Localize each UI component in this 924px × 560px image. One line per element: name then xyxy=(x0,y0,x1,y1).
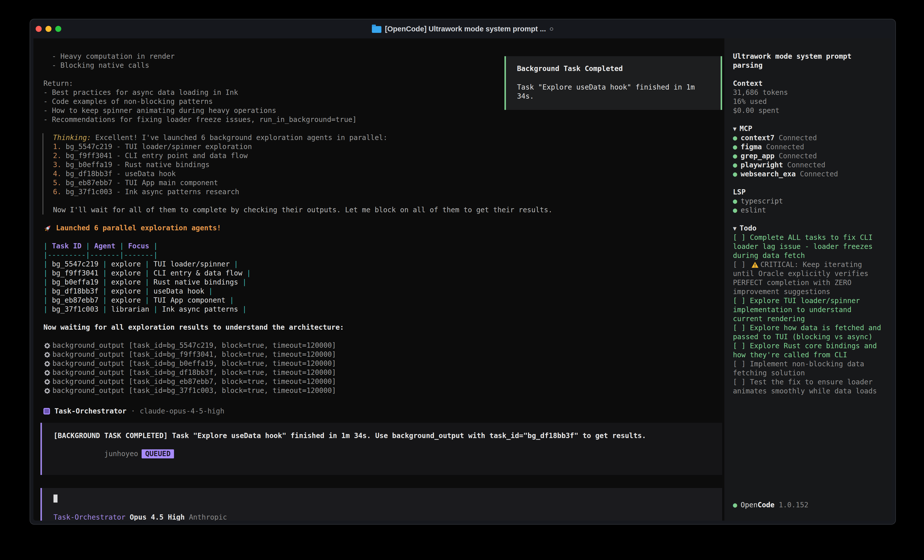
window-title: [OpenCode] Ultrawork mode system prompt … xyxy=(385,25,546,33)
sidebar-sections: Context31,686 tokens16% used$0.00 spent▼… xyxy=(733,70,885,396)
input-meta-row: Task-Orchestrator Opus 4.5 High Anthropi… xyxy=(54,513,712,521)
table-row: | bg_b0effa19 | explore | Rust native bi… xyxy=(44,278,724,287)
queued-badge: QUEUED xyxy=(142,449,174,458)
todo-item: [ ] Explore how data is fetched and pass… xyxy=(733,323,885,341)
gear-icon xyxy=(44,359,52,368)
background-task-completed-block: [BACKGROUND TASK COMPLETED] Task "Explor… xyxy=(40,423,722,475)
thinking-wait-line: Now I'll wait for all of them to complet… xyxy=(53,205,724,214)
prompt-input[interactable]: Task-Orchestrator Opus 4.5 High Anthropi… xyxy=(40,488,722,521)
maximize-button[interactable] xyxy=(55,26,61,32)
thinking-block: Thinking: Excellent! I've launched 6 bac… xyxy=(42,133,724,214)
gear-icon xyxy=(44,350,52,359)
blank-line xyxy=(733,179,885,188)
window-title-group: [OpenCode] Ultrawork mode system prompt … xyxy=(372,25,554,33)
todo-item: [ ] Complete ALL tasks to fix CLI loader… xyxy=(733,233,885,260)
lsp-item: ●typescript xyxy=(733,197,885,206)
table-row: | bg_f9ff3041 | explore | CLI entry & da… xyxy=(44,269,724,278)
context-stat: 31,686 tokens xyxy=(733,88,885,97)
text-cursor xyxy=(54,494,57,503)
completed-message: [BACKGROUND TASK COMPLETED] Task "Explor… xyxy=(54,431,712,440)
blank-line xyxy=(44,332,724,341)
agent-header: Task-Orchestrator·claude-opus-4-5-high xyxy=(44,407,724,416)
titlebar: [OpenCode] Ultrawork mode system prompt … xyxy=(30,19,896,38)
blank-line xyxy=(733,115,885,124)
toast-body: Task "Explore useData hook" finished in … xyxy=(517,83,710,101)
table-separator-row: |---------|-------|-------| xyxy=(44,251,724,260)
app-window: [OpenCode] Ultrawork mode system prompt … xyxy=(30,19,896,525)
close-button[interactable] xyxy=(36,26,42,32)
minimize-button[interactable] xyxy=(45,26,51,32)
mcp-item: ●websearch_exa Connected xyxy=(733,169,885,179)
tool-call-line: background_output [task_id=bg_5547c219, … xyxy=(44,341,724,350)
rocket-icon xyxy=(44,223,52,232)
gear-icon xyxy=(44,368,52,377)
table-row: | bg_37f1c003 | librarian | Ink async pa… xyxy=(44,305,724,314)
window-content: - Heavy computation in render - Blocking… xyxy=(33,38,892,521)
agent-icon xyxy=(44,408,50,415)
input-model-name: Opus 4.5 High xyxy=(129,513,184,521)
mcp-item: ●grep_app Connected xyxy=(733,151,885,160)
gear-icon xyxy=(44,341,52,350)
table-row: | bg_5547c219 | explore | TUI loader/spi… xyxy=(44,260,724,269)
thinking-list-item: 4. bg_df18bb3f - useData hook xyxy=(53,169,724,178)
context-stat: 16% used xyxy=(733,97,885,106)
modified-indicator-icon: ○ xyxy=(549,25,554,33)
context-stat: $0.00 spent xyxy=(733,106,885,115)
gear-icon xyxy=(44,377,52,386)
log-line: - Recommendations for fixing loader free… xyxy=(44,115,724,124)
todo-item: [ ] Implement non-blocking data fetching… xyxy=(733,359,885,377)
blank-line xyxy=(733,215,885,224)
todo-item: [ ] Test the fix to ensure loader animat… xyxy=(733,377,885,396)
status-dot-icon: ● xyxy=(733,501,737,509)
mcp-item: ●playwright Connected xyxy=(733,160,885,169)
blank-line xyxy=(44,214,724,223)
tool-call-line: background_output [task_id=bg_f9ff3041, … xyxy=(44,350,724,359)
thinking-label-line: Thinking: Excellent! I've launched 6 bac… xyxy=(53,133,724,142)
thinking-list-item: 1. bg_5547c219 - TUI loader/spinner expl… xyxy=(53,142,724,151)
terminal-main: - Heavy computation in render - Blocking… xyxy=(33,38,724,521)
input-agent-name: Task-Orchestrator xyxy=(54,513,126,521)
blank-line xyxy=(733,70,885,79)
tool-call-line: background_output [task_id=bg_b0effa19, … xyxy=(44,359,724,368)
traffic-lights xyxy=(36,19,61,38)
brand-name: Open xyxy=(741,501,758,509)
thinking-list-item: 5. bg_eb87ebb7 - TUI App main component xyxy=(53,178,724,187)
tool-call-line: background_output [task_id=bg_df18bb3f, … xyxy=(44,368,724,377)
session-title: Ultrawork mode system prompt parsing xyxy=(733,52,885,70)
sidebar-footer: ●OpenCode 1.0.152 xyxy=(733,500,808,509)
input-provider-name: Anthropic xyxy=(189,513,227,521)
thinking-list-item: 6. bg_37f1c003 - Ink async patterns rese… xyxy=(53,187,724,196)
sidebar: Ultrawork mode system prompt parsing Con… xyxy=(724,38,892,521)
mcp-item: ●context7 Connected xyxy=(733,133,885,142)
todo-item: [ ] Explore TUI loader/spinner implement… xyxy=(733,296,885,323)
lsp-heading: LSP xyxy=(733,188,885,197)
blank-line xyxy=(44,232,724,242)
lsp-item: ●eslint xyxy=(733,206,885,215)
table-row: | bg_df18bb3f | explore | useData hook | xyxy=(44,287,724,296)
waiting-line: Now waiting for all exploration results … xyxy=(44,323,724,332)
blank-line xyxy=(44,395,724,404)
queued-user: junhoyeo xyxy=(104,449,138,458)
app-version: 1.0.152 xyxy=(775,501,808,509)
blank-line xyxy=(44,314,724,323)
launch-announcement: Launched 6 parallel exploration agents! xyxy=(44,223,724,232)
tool-call-line: background_output [task_id=bg_37f1c003, … xyxy=(44,386,724,395)
desktop: [OpenCode] Ultrawork mode system prompt … xyxy=(0,0,924,560)
completed-meta: junhoyeoQUEUED xyxy=(54,440,712,467)
table-header-row: | Task ID | Agent | Focus | xyxy=(44,242,724,251)
todo-heading: ▼Todo xyxy=(733,224,885,233)
context-heading: Context xyxy=(733,79,885,88)
table-row: | bg_eb87ebb7 | explore | TUI App compon… xyxy=(44,296,724,305)
tool-call-line: background_output [task_id=bg_eb87ebb7, … xyxy=(44,377,724,386)
thinking-list-item: 3. bg_b0effa19 - Rust native bindings xyxy=(53,160,724,169)
blank-line xyxy=(53,196,724,205)
folder-icon xyxy=(372,26,381,33)
toast-title: Background Task Completed xyxy=(517,64,710,73)
mcp-item: ●figma Connected xyxy=(733,142,885,151)
gear-icon xyxy=(44,386,52,395)
toast-notification[interactable]: Background Task Completed Task "Explore … xyxy=(504,56,722,110)
thinking-list-item: 2. bg_f9ff3041 - CLI entry point and dat… xyxy=(53,151,724,160)
todo-item: [ ] CRITICAL: Keep iterating until Oracl… xyxy=(733,260,885,296)
blank-line xyxy=(44,124,724,133)
warning-icon xyxy=(750,261,760,269)
